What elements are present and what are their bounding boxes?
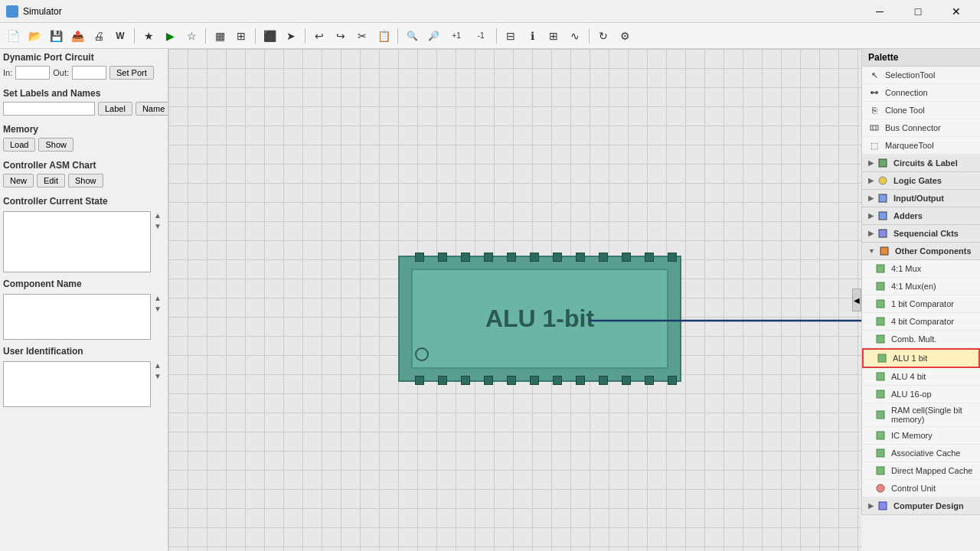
- close-button[interactable]: ✕: [939, 0, 974, 23]
- component-scroll-down[interactable]: ▼: [151, 303, 165, 314]
- memory-section: Memory Load Show: [3, 124, 165, 154]
- save-button[interactable]: 💾: [46, 26, 66, 46]
- palette-toggle-button[interactable]: ◀: [852, 289, 861, 311]
- curve-button[interactable]: ∿: [565, 26, 585, 46]
- minus1-button[interactable]: -1: [469, 26, 492, 46]
- ram-cell-label: RAM cell(Single bit memory): [891, 406, 974, 424]
- grid1-button[interactable]: ▦: [210, 26, 230, 46]
- sequential-label: Sequencial Ckts: [893, 229, 959, 238]
- palette-category-computer-design[interactable]: ▶ Computer Design: [862, 497, 980, 515]
- chip-button[interactable]: ⬛: [260, 26, 279, 46]
- word-button[interactable]: W: [110, 26, 130, 46]
- palette-item-ram-cell[interactable]: RAM cell(Single bit memory): [862, 403, 980, 427]
- palette-category-sequential[interactable]: ▶ Sequencial Ckts: [862, 225, 980, 243]
- arrow-button[interactable]: ➤: [281, 26, 301, 46]
- user-scroll-down[interactable]: ▼: [151, 370, 165, 381]
- svg-rect-21: [877, 390, 884, 398]
- io-arrow: ▶: [868, 194, 874, 202]
- palette-category-other[interactable]: ▼ Other Components: [862, 243, 980, 260]
- palette-category-io[interactable]: ▶ Input/Output: [862, 190, 980, 207]
- svg-rect-17: [877, 318, 884, 325]
- zoom-in-button[interactable]: 🔍: [402, 26, 422, 46]
- in-input[interactable]: [15, 66, 50, 80]
- maximize-button[interactable]: □: [900, 0, 936, 23]
- palette-item-comp1bit[interactable]: 1 bit Comparator: [862, 295, 980, 313]
- palette-item-comb-mult[interactable]: Comb. Mult.: [862, 331, 980, 348]
- sep4: [305, 28, 305, 44]
- port-top-3: [461, 253, 470, 262]
- svg-rect-23: [877, 432, 884, 439]
- palette-category-adders[interactable]: ▶ Adders: [862, 207, 980, 225]
- palette-item-mux41[interactable]: 4:1 Mux: [862, 260, 980, 278]
- out-input[interactable]: [72, 66, 106, 80]
- port-top-8: [576, 253, 585, 262]
- palette-item-ic-memory[interactable]: IC Memory: [862, 427, 980, 445]
- set-port-button[interactable]: Set Port: [109, 66, 154, 80]
- palette-item-control-unit[interactable]: Control Unit: [862, 480, 980, 497]
- memory-title: Memory: [3, 124, 165, 135]
- palette-item-direct-cache[interactable]: Direct Mapped Cache: [862, 462, 980, 480]
- export-button[interactable]: 📤: [67, 26, 87, 46]
- asm-new-button[interactable]: New: [3, 174, 34, 187]
- palette-item-alu1bit[interactable]: ALU 1 bit: [862, 348, 980, 368]
- canvas-grid[interactable]: ALU 1-bit: [168, 49, 861, 551]
- alu-component[interactable]: ALU 1-bit: [398, 256, 681, 382]
- palette-item-marquee[interactable]: ⬚ MarqueeTool: [862, 137, 980, 155]
- palette-item-mux41en[interactable]: 4:1 Mux(en): [862, 278, 980, 295]
- minimize-button[interactable]: ─: [862, 0, 897, 23]
- memory-show-button[interactable]: Show: [38, 138, 74, 152]
- user-scroll-up[interactable]: ▲: [151, 360, 165, 370]
- port-top-11: [645, 253, 654, 262]
- star-button[interactable]: ★: [139, 26, 158, 46]
- asm-show-button[interactable]: Show: [68, 174, 103, 187]
- play-button[interactable]: ▶: [160, 26, 180, 46]
- name-button[interactable]: Name: [136, 102, 168, 116]
- table-button[interactable]: ⊞: [544, 26, 564, 46]
- palette-item-bus-connector[interactable]: Bus Connector: [862, 119, 980, 137]
- sequential-icon: [877, 227, 889, 240]
- user-scroll-arrows: ▲ ▼: [151, 360, 165, 381]
- svg-point-3: [871, 91, 874, 94]
- palette-item-alu16op[interactable]: ALU 16-op: [862, 386, 980, 403]
- comb-mult-label: Comb. Mult.: [891, 334, 936, 344]
- state-scroll-down[interactable]: ▼: [151, 220, 165, 231]
- print-button[interactable]: 🖨: [89, 26, 109, 46]
- palette-item-comp4bit[interactable]: 4 bit Comparator: [862, 313, 980, 331]
- palette-item-clone[interactable]: ⎘ Clone Tool: [862, 102, 980, 119]
- state-scroll-up[interactable]: ▲: [151, 210, 165, 220]
- asm-edit-button[interactable]: Edit: [37, 174, 65, 187]
- zoom-out-button[interactable]: 🔎: [423, 26, 443, 46]
- palette-item-alu4bit[interactable]: ALU 4 bit: [862, 368, 980, 386]
- redo-button[interactable]: ↪: [331, 26, 351, 46]
- fit-button[interactable]: ⊟: [501, 26, 521, 46]
- alu-circle: [415, 347, 429, 361]
- settings-button[interactable]: ⚙: [615, 26, 635, 46]
- refresh-button[interactable]: ↻: [593, 26, 613, 46]
- svg-rect-11: [879, 212, 887, 220]
- palette-item-connection[interactable]: Connection: [862, 84, 980, 102]
- port-bottom-11: [645, 376, 654, 385]
- canvas-area[interactable]: ALU 1-bit: [168, 49, 861, 551]
- palette-category-circuits[interactable]: ▶ Circuits & Label: [862, 155, 980, 172]
- open-button[interactable]: 📂: [24, 26, 44, 46]
- label-button[interactable]: Label: [98, 102, 132, 116]
- other-arrow: ▼: [868, 247, 875, 255]
- new-button[interactable]: 📄: [3, 26, 23, 46]
- paste-button[interactable]: 📋: [374, 26, 394, 46]
- memory-load-button[interactable]: Load: [3, 138, 35, 152]
- selection-label: SelectionTool: [885, 70, 935, 80]
- palette-item-selection[interactable]: ↖ SelectionTool: [862, 67, 980, 84]
- computer-design-icon: [877, 500, 889, 512]
- label-input[interactable]: [3, 102, 95, 116]
- palette-category-logic[interactable]: ▶ Logic Gates: [862, 172, 980, 190]
- cut-button[interactable]: ✂: [352, 26, 372, 46]
- port-top-9: [599, 253, 608, 262]
- palette-item-assoc-cache[interactable]: Associative Cache: [862, 445, 980, 462]
- info-button[interactable]: ℹ: [522, 26, 542, 46]
- undo-button[interactable]: ↩: [309, 26, 329, 46]
- plus1-button[interactable]: +1: [445, 26, 468, 46]
- star2-button[interactable]: ☆: [181, 26, 201, 46]
- grid2-button[interactable]: ⊞: [231, 26, 251, 46]
- computer-design-label: Computer Design: [893, 501, 964, 510]
- component-scroll-up[interactable]: ▲: [151, 292, 165, 303]
